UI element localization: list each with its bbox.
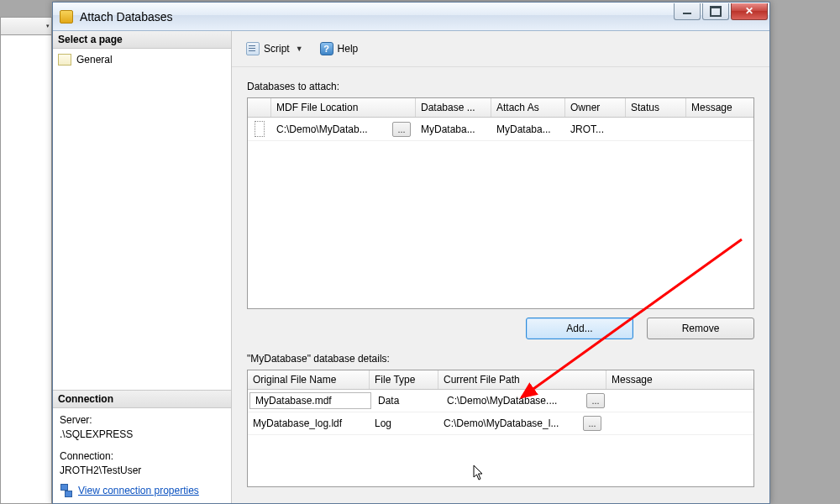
table-row[interactable]: MyDatabase.mdf Data C:\Demo\MyDatabase..… bbox=[248, 390, 753, 412]
browse-path-button[interactable]: ... bbox=[583, 416, 601, 431]
minimize-button[interactable] bbox=[674, 3, 701, 20]
col-message[interactable]: Message bbox=[686, 98, 753, 117]
titlebar[interactable]: Attach Databases bbox=[53, 3, 769, 31]
script-button[interactable]: Script ▼ bbox=[240, 39, 309, 59]
close-button[interactable] bbox=[731, 3, 768, 20]
orig-file: MyDatabase_log.ldf bbox=[248, 414, 370, 433]
help-label: Help bbox=[338, 43, 359, 55]
browse-path-button[interactable]: ... bbox=[586, 393, 605, 408]
add-button[interactable]: Add... bbox=[526, 318, 633, 339]
script-icon bbox=[246, 42, 260, 55]
page-icon bbox=[58, 54, 71, 66]
browse-mdf-button[interactable]: ... bbox=[392, 122, 411, 137]
orig-file: MyDatabase.mdf bbox=[249, 392, 371, 409]
connection-label: Connection: bbox=[60, 449, 224, 464]
col-attach-as[interactable]: Attach As bbox=[491, 98, 565, 117]
connection-header: Connection bbox=[53, 391, 231, 408]
table-row[interactable]: C:\Demo\MyDatab... ... MyDataba... MyDat… bbox=[248, 118, 753, 141]
connection-value: JROTH2\TestUser bbox=[60, 464, 224, 478]
sidebar-item-label: General bbox=[76, 54, 113, 66]
database-details-label: "MyDatabase" database details: bbox=[247, 353, 754, 365]
select-page-header: Select a page bbox=[53, 31, 231, 49]
window-title: Attach Databases bbox=[80, 10, 672, 24]
current-path: C:\Demo\MyDatabase_l... bbox=[444, 417, 580, 429]
server-value: .\SQLEXPRESS bbox=[60, 428, 224, 442]
chevron-down-icon: ▼ bbox=[296, 45, 303, 53]
help-button[interactable]: Help bbox=[314, 39, 365, 59]
row-selector[interactable] bbox=[255, 121, 265, 137]
col-database[interactable]: Database ... bbox=[416, 98, 491, 117]
file-type: Data bbox=[373, 391, 442, 410]
owner: JROT... bbox=[565, 120, 626, 139]
databases-grid[interactable]: MDF File Location Database ... Attach As… bbox=[247, 97, 754, 309]
col-original-file[interactable]: Original File Name bbox=[248, 370, 370, 389]
col-status[interactable]: Status bbox=[626, 98, 686, 117]
databases-to-attach-label: Databases to attach: bbox=[247, 81, 754, 92]
connection-properties-icon bbox=[60, 484, 73, 497]
mdf-path: C:\Demo\MyDatab... bbox=[276, 123, 389, 135]
help-icon bbox=[320, 42, 333, 55]
col-owner[interactable]: Owner bbox=[565, 98, 626, 117]
table-row[interactable]: MyDatabase_log.ldf Log C:\Demo\MyDatabas… bbox=[248, 412, 753, 435]
server-label: Server: bbox=[60, 413, 224, 428]
script-label: Script bbox=[264, 43, 290, 55]
database-icon bbox=[60, 10, 73, 24]
db-name: MyDataba... bbox=[416, 120, 491, 139]
file-type: Log bbox=[370, 414, 438, 433]
attach-databases-dialog: Attach Databases Select a page General C… bbox=[52, 2, 770, 504]
current-path: C:\Demo\MyDatabase.... bbox=[447, 395, 583, 407]
col-mdf[interactable]: MDF File Location bbox=[271, 98, 416, 117]
sidebar-item-general[interactable]: General bbox=[58, 52, 226, 67]
maximize-button[interactable] bbox=[702, 3, 729, 20]
col-message2[interactable]: Message bbox=[606, 370, 753, 389]
details-grid[interactable]: Original File Name File Type Current Fil… bbox=[247, 370, 754, 487]
remove-button[interactable]: Remove bbox=[647, 318, 754, 339]
attach-as: MyDataba... bbox=[491, 120, 565, 139]
col-file-type[interactable]: File Type bbox=[370, 370, 438, 389]
col-current-path[interactable]: Current File Path bbox=[438, 370, 606, 389]
view-connection-properties-link[interactable]: View connection properties bbox=[78, 484, 199, 498]
